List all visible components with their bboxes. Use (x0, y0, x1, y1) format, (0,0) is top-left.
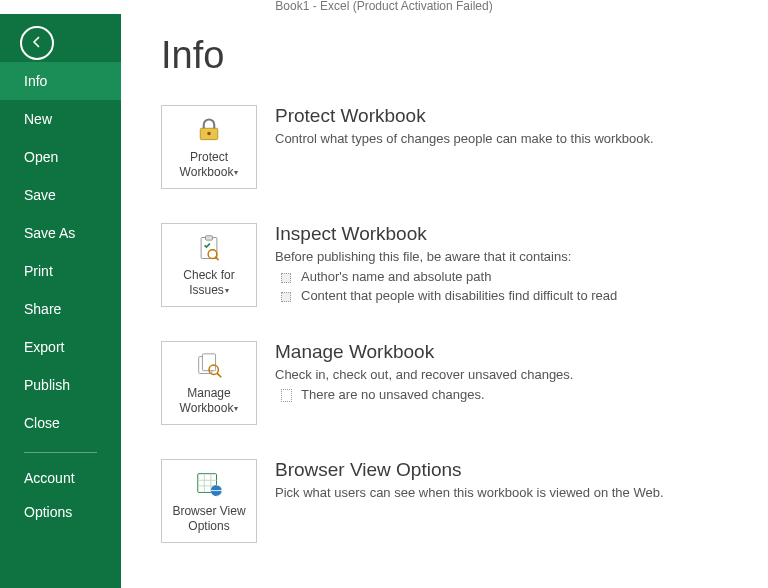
sidebar-item-save-as[interactable]: Save As (0, 214, 121, 252)
page-title: Info (161, 34, 728, 77)
sidebar-item-new[interactable]: New (0, 100, 121, 138)
window-title: Book1 - Excel (Product Activation Failed… (0, 0, 768, 14)
sidebar-item-options[interactable]: Options (0, 495, 121, 529)
lock-icon (195, 114, 223, 146)
browser-view-options-button[interactable]: Browser View Options (161, 459, 257, 543)
sidebar-item-label: Options (24, 504, 72, 520)
sidebar-item-publish[interactable]: Publish (0, 366, 121, 404)
sidebar-item-close[interactable]: Close (0, 404, 121, 442)
sidebar-item-label: Print (24, 263, 53, 279)
sidebar-divider (24, 452, 97, 453)
sidebar-item-label: Account (24, 470, 75, 486)
svg-line-9 (217, 373, 221, 377)
section-browser: Browser View Options Browser View Option… (161, 459, 728, 543)
section-heading: Inspect Workbook (275, 223, 728, 245)
inspect-bullet-list: Author's name and absolute path Content … (275, 268, 728, 306)
sidebar-item-open[interactable]: Open (0, 138, 121, 176)
workbook-globe-icon (194, 468, 224, 500)
chevron-down-icon: ▾ (234, 404, 238, 413)
manage-workbook-button[interactable]: Manage Workbook▾ (161, 341, 257, 425)
section-inspect: Check for Issues▾ Inspect Workbook Befor… (161, 223, 728, 307)
svg-point-1 (207, 132, 211, 136)
section-heading: Protect Workbook (275, 105, 728, 127)
sidebar-item-info[interactable]: Info (0, 62, 121, 100)
section-heading: Browser View Options (275, 459, 728, 481)
sidebar-item-label: Export (24, 339, 64, 355)
section-description: Control what types of changes people can… (275, 131, 728, 146)
section-heading: Manage Workbook (275, 341, 728, 363)
documents-magnify-icon (194, 350, 224, 382)
list-item: Author's name and absolute path (275, 268, 728, 287)
section-description: Check in, check out, and recover unsaved… (275, 367, 728, 382)
tile-label: Manage Workbook▾ (162, 386, 256, 416)
sidebar-item-label: Publish (24, 377, 70, 393)
sidebar-item-label: New (24, 111, 52, 127)
section-manage: Manage Workbook▾ Manage Workbook Check i… (161, 341, 728, 425)
sidebar-item-label: Open (24, 149, 58, 165)
list-item: There are no unsaved changes. (275, 386, 728, 405)
chevron-down-icon: ▾ (234, 168, 238, 177)
sidebar-item-account[interactable]: Account (0, 461, 121, 495)
sidebar-item-label: Close (24, 415, 60, 431)
sidebar-item-export[interactable]: Export (0, 328, 121, 366)
protect-workbook-button[interactable]: Protect Workbook▾ (161, 105, 257, 189)
sidebar-item-share[interactable]: Share (0, 290, 121, 328)
back-arrow-icon (28, 33, 46, 54)
sidebar: Info New Open Save Save As Print Share E… (0, 14, 121, 588)
chevron-down-icon: ▾ (225, 286, 229, 295)
main-content: Info Protect Workbook▾ Protect Workbook … (121, 14, 768, 588)
tile-label: Protect Workbook▾ (162, 150, 256, 180)
sidebar-item-print[interactable]: Print (0, 252, 121, 290)
check-for-issues-button[interactable]: Check for Issues▾ (161, 223, 257, 307)
sidebar-item-label: Save (24, 187, 56, 203)
sidebar-item-save[interactable]: Save (0, 176, 121, 214)
tile-label: Browser View Options (162, 504, 256, 534)
section-protect: Protect Workbook▾ Protect Workbook Contr… (161, 105, 728, 189)
section-description: Before publishing this file, be aware th… (275, 249, 728, 264)
sidebar-item-label: Save As (24, 225, 75, 241)
svg-rect-3 (206, 236, 213, 240)
sidebar-item-label: Share (24, 301, 61, 317)
checklist-icon (195, 232, 223, 264)
tile-label: Check for Issues▾ (162, 268, 256, 298)
back-button[interactable] (20, 26, 54, 60)
manage-bullet-list: There are no unsaved changes. (275, 386, 728, 405)
section-description: Pick what users can see when this workbo… (275, 485, 728, 500)
sidebar-item-label: Info (24, 73, 47, 89)
list-item: Content that people with disabilities fi… (275, 287, 728, 306)
